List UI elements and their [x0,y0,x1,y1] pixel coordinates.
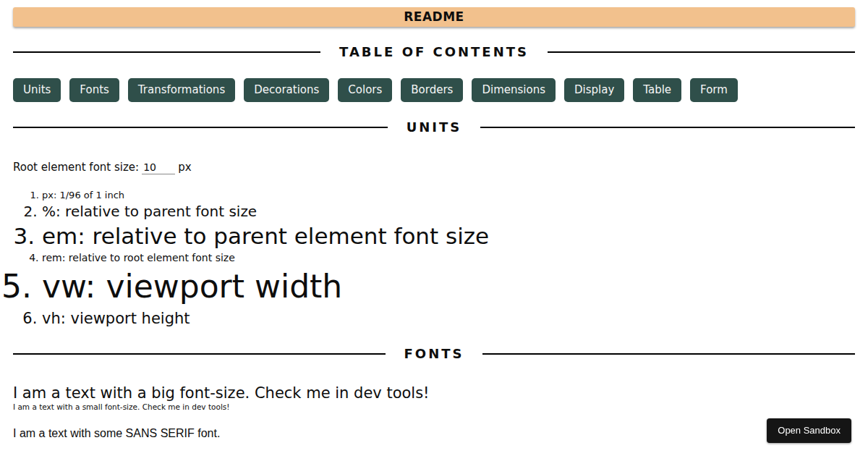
toc-button-borders[interactable]: Borders [401,78,463,102]
unit-list: px: 1/96 of 1 inch %: relative to parent… [13,189,855,329]
divider-line [13,127,388,128]
toc-button-dimensions[interactable]: Dimensions [472,78,556,102]
units-heading-label: UNITS [407,119,462,135]
toc-button-transformations[interactable]: Transformations [128,78,235,102]
divider-line [480,127,855,128]
toc-button-colors[interactable]: Colors [338,78,392,102]
units-heading: UNITS [13,119,855,135]
divider-line [482,353,855,355]
toc-button-decorations[interactable]: Decorations [244,78,329,102]
fonts-heading: FONTS [13,346,855,361]
unit-list-item-vw: vw: viewport width [42,265,855,308]
toc-button-fonts[interactable]: Fonts [69,78,119,102]
root-font-size-input[interactable] [142,161,175,174]
unit-list-item-px: px: 1/96 of 1 inch [42,189,855,202]
root-font-size-label: Root element font size: [13,161,139,174]
big-font-text: I am a text with a big font-size. Check … [13,384,855,402]
page-title: README [404,9,464,24]
root-font-size-row: Root element font size:px [13,161,855,174]
toc-button-table[interactable]: Table [633,78,681,102]
readme-title-bar: README [13,7,855,27]
readme-page: README TABLE OF CONTENTS Units Fonts Tra… [0,0,868,456]
unit-list-item-rem: rem: relative to root element font size [42,251,855,265]
root-font-size-unit: px [178,161,191,174]
divider-line [548,51,855,53]
divider-line [13,51,320,53]
unit-list-item-vh: vh: viewport height [42,308,855,329]
small-font-text: I am a text with a small font-size. Chec… [13,402,855,411]
toc-heading: TABLE OF CONTENTS [13,44,855,59]
unit-list-item-percent: %: relative to parent font size [42,202,855,221]
sans-serif-text: I am a text with some SANS SERIF font. [13,427,855,440]
toc-button-display[interactable]: Display [564,78,624,102]
divider-line [13,353,386,355]
toc-button-units[interactable]: Units [13,78,61,102]
fonts-heading-label: FONTS [404,346,464,361]
toc-heading-label: TABLE OF CONTENTS [339,44,529,59]
toc-button-form[interactable]: Form [690,78,738,102]
toc-button-row: Units Fonts Transformations Decorations … [13,78,855,102]
unit-list-item-em: em: relative to parent element font size [42,221,855,252]
open-sandbox-button[interactable]: Open Sandbox [767,418,851,443]
